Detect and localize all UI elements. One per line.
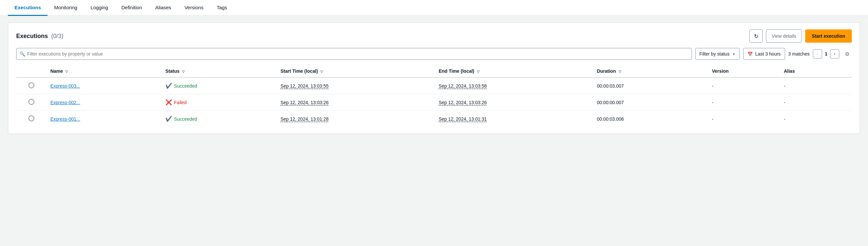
failed-icon: ❌ bbox=[165, 99, 172, 106]
tab-tags[interactable]: Tags bbox=[210, 0, 234, 16]
row-0-name-link[interactable]: Express-003... bbox=[50, 83, 80, 89]
search-wrapper: 🔍 bbox=[16, 48, 692, 60]
chevron-down-icon: ▼ bbox=[732, 52, 736, 56]
col-header-checkbox bbox=[16, 65, 46, 77]
end-time-value: Sep 12, 2024, 13:01:31 bbox=[439, 116, 487, 122]
start-time-value: Sep 12, 2024, 13:03:55 bbox=[280, 83, 329, 89]
sort-icon-name: ▽ bbox=[65, 70, 68, 74]
executions-card: Executions (0/3) ↻ View details Start ex… bbox=[8, 23, 860, 134]
row-1-status: ❌Failed bbox=[161, 94, 276, 111]
row-2-version: - bbox=[708, 111, 780, 127]
table-row: Express-003...✔️SucceededSep 12, 2024, 1… bbox=[16, 77, 852, 94]
row-0-radio-cell bbox=[16, 77, 46, 94]
row-0-version: - bbox=[708, 77, 780, 94]
sort-icon-duration: ▽ bbox=[619, 70, 621, 74]
succeeded-icon: ✔️ bbox=[165, 83, 172, 89]
sort-icon-status: ▽ bbox=[182, 70, 185, 74]
row-0-status: ✔️Succeeded bbox=[161, 77, 276, 94]
row-0-radio[interactable] bbox=[28, 82, 34, 88]
sort-icon-start: ▽ bbox=[320, 70, 323, 74]
row-1-alias: - bbox=[780, 94, 852, 111]
filter-bar: 🔍 Filter by status ▼ 📅 Last 3 hours 3 ma… bbox=[16, 48, 852, 60]
row-2-name: Express-001... bbox=[46, 111, 161, 127]
card-title-group: Executions (0/3) bbox=[16, 33, 63, 40]
row-0-start-time: Sep 12, 2024, 13:03:55 bbox=[276, 77, 435, 94]
table-row: Express-001...✔️SucceededSep 12, 2024, 1… bbox=[16, 111, 852, 127]
page-number: 1 bbox=[824, 51, 829, 57]
col-header-alias: Alias bbox=[780, 65, 852, 77]
row-2-radio-cell bbox=[16, 111, 46, 127]
row-1-end-time: Sep 12, 2024, 13:03:26 bbox=[435, 94, 593, 111]
header-actions: ↻ View details Start execution bbox=[749, 29, 852, 43]
sort-icon-end: ▽ bbox=[477, 70, 479, 74]
col-header-status[interactable]: Status ▽ bbox=[161, 65, 276, 77]
filter-status-button[interactable]: Filter by status ▼ bbox=[695, 48, 740, 60]
refresh-icon: ↻ bbox=[754, 33, 758, 39]
table-row: Express-002...❌FailedSep 12, 2024, 13:03… bbox=[16, 94, 852, 111]
prev-page-button[interactable]: ‹ bbox=[813, 49, 822, 58]
succeeded-icon: ✔️ bbox=[165, 116, 172, 122]
row-1-duration: 00:00:00.007 bbox=[593, 94, 708, 111]
tab-definition[interactable]: Definition bbox=[115, 0, 149, 16]
start-time-value: Sep 12, 2024, 13:01:28 bbox=[280, 116, 329, 122]
tab-executions[interactable]: Executions bbox=[8, 0, 48, 16]
row-2-radio[interactable] bbox=[28, 115, 34, 121]
status-label: Succeeded bbox=[174, 83, 197, 89]
col-header-start-time[interactable]: Start Time (local) ▽ bbox=[276, 65, 435, 77]
row-1-name-link[interactable]: Express-002... bbox=[50, 100, 80, 105]
start-time-value: Sep 12, 2024, 13:03:26 bbox=[280, 100, 329, 105]
row-2-duration: 00:00:03.006 bbox=[593, 111, 708, 127]
row-1-radio[interactable] bbox=[28, 99, 34, 105]
pagination: ‹ 1 › bbox=[813, 49, 839, 58]
tab-monitoring[interactable]: Monitoring bbox=[48, 0, 84, 16]
tab-versions[interactable]: Versions bbox=[178, 0, 210, 16]
status-label: Failed bbox=[174, 100, 187, 105]
col-header-duration[interactable]: Duration ▽ bbox=[593, 65, 708, 77]
row-2-alias: - bbox=[780, 111, 852, 127]
card-title-count: (0/3) bbox=[51, 33, 63, 39]
table-header: Name ▽ Status ▽ Start Time (local) ▽ End… bbox=[16, 65, 852, 77]
gear-icon: ⚙ bbox=[845, 51, 849, 57]
calendar-icon: 📅 bbox=[747, 52, 753, 57]
row-1-version: - bbox=[708, 94, 780, 111]
table-settings-button[interactable]: ⚙ bbox=[843, 49, 852, 58]
card-title: Executions bbox=[16, 33, 48, 39]
row-2-end-time: Sep 12, 2024, 13:01:31 bbox=[435, 111, 593, 127]
start-execution-button[interactable]: Start execution bbox=[805, 29, 852, 43]
row-0-end-time: Sep 12, 2024, 13:03:58 bbox=[435, 77, 593, 94]
table-body: Express-003...✔️SucceededSep 12, 2024, 1… bbox=[16, 77, 852, 127]
date-range-label: Last 3 hours bbox=[755, 51, 781, 57]
row-1-name: Express-002... bbox=[46, 94, 161, 111]
end-time-value: Sep 12, 2024, 13:03:26 bbox=[439, 100, 487, 105]
row-1-radio-cell bbox=[16, 94, 46, 111]
filter-status-label: Filter by status bbox=[700, 51, 730, 57]
search-input[interactable] bbox=[16, 48, 692, 60]
col-header-end-time[interactable]: End Time (local) ▽ bbox=[435, 65, 593, 77]
row-2-start-time: Sep 12, 2024, 13:01:28 bbox=[276, 111, 435, 127]
main-content: Executions (0/3) ↻ View details Start ex… bbox=[0, 16, 868, 140]
header-row: Name ▽ Status ▽ Start Time (local) ▽ End… bbox=[16, 65, 852, 77]
search-icon: 🔍 bbox=[20, 51, 25, 57]
row-1-start-time: Sep 12, 2024, 13:03:26 bbox=[276, 94, 435, 111]
matches-text: 3 matches bbox=[788, 51, 810, 57]
tab-logging[interactable]: Logging bbox=[84, 0, 115, 16]
next-page-button[interactable]: › bbox=[830, 49, 839, 58]
view-details-button[interactable]: View details bbox=[766, 29, 802, 43]
row-2-status: ✔️Succeeded bbox=[161, 111, 276, 127]
card-header: Executions (0/3) ↻ View details Start ex… bbox=[16, 29, 852, 43]
executions-table: Name ▽ Status ▽ Start Time (local) ▽ End… bbox=[16, 65, 852, 127]
status-label: Succeeded bbox=[174, 116, 197, 122]
col-header-name[interactable]: Name ▽ bbox=[46, 65, 161, 77]
refresh-button[interactable]: ↻ bbox=[749, 29, 763, 43]
end-time-value: Sep 12, 2024, 13:03:58 bbox=[439, 83, 487, 89]
row-0-duration: 00:00:03.007 bbox=[593, 77, 708, 94]
tab-aliases[interactable]: Aliases bbox=[149, 0, 178, 16]
row-0-name: Express-003... bbox=[46, 77, 161, 94]
col-header-version: Version bbox=[708, 65, 780, 77]
tab-bar: ExecutionsMonitoringLoggingDefinitionAli… bbox=[0, 0, 868, 16]
row-2-name-link[interactable]: Express-001... bbox=[50, 116, 80, 122]
row-0-alias: - bbox=[780, 77, 852, 94]
date-range-button[interactable]: 📅 Last 3 hours bbox=[743, 48, 785, 60]
